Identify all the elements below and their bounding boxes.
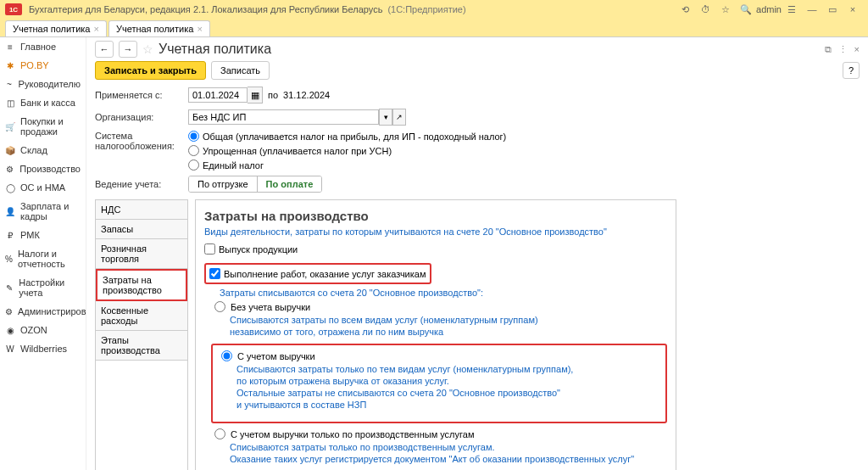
sidebar-icon: 👤 xyxy=(5,206,15,216)
sidebar-item-9[interactable]: ₽РМК xyxy=(0,226,86,244)
sidebar-item-6[interactable]: ⚙Производство xyxy=(0,159,86,178)
sidebar-item-7[interactable]: ◯ОС и НМА xyxy=(0,178,86,197)
vtab-4[interactable]: Косвенные расходы xyxy=(96,301,187,331)
sidebar-icon: ◉ xyxy=(5,325,15,335)
app-title: Бухгалтерия для Беларуси, редакция 2.1. … xyxy=(29,4,382,14)
cb-services-framed: Выполнение работ, оказание услуг заказчи… xyxy=(204,263,431,284)
sub-hint: Затраты списываются со счета 20 "Основно… xyxy=(220,288,667,298)
to-label: по xyxy=(268,90,278,100)
tax-label: Система налогообложения: xyxy=(95,131,188,151)
sidebar-item-8[interactable]: 👤Зарплата и кадры xyxy=(0,197,86,226)
vtab-5[interactable]: Этапы производства xyxy=(96,331,187,361)
sidebar-icon: 📦 xyxy=(5,145,15,155)
desc-with-revenue: Списываются затраты только по тем видам … xyxy=(236,363,660,411)
panel-title: Затраты на производство xyxy=(204,209,667,223)
maximize-icon[interactable]: ▭ xyxy=(826,3,839,16)
tax-opt-general[interactable]: Общая (уплачивается налог на прибыль, дл… xyxy=(188,131,506,142)
search-icon[interactable]: 🔍 xyxy=(739,3,753,16)
sidebar-icon: 🛒 xyxy=(5,121,15,131)
tab-2[interactable]: Учетная политика× xyxy=(108,20,210,36)
sidebar-icon: ✎ xyxy=(5,283,14,293)
org-input[interactable] xyxy=(188,109,379,125)
vtab-1[interactable]: Запасы xyxy=(96,220,187,239)
opt-no-revenue[interactable]: Без учета выручки xyxy=(214,301,667,312)
sidebar-item-2[interactable]: ~Руководителю xyxy=(0,75,86,93)
sidebar-icon: W xyxy=(5,344,15,354)
desc-prod-services: Списываются затраты только по производст… xyxy=(230,441,667,466)
tabbar: Учетная политика× Учетная политика× xyxy=(0,19,868,37)
app-subtitle: (1С:Предприятие) xyxy=(387,4,465,14)
sidebar-icon: ◯ xyxy=(5,182,15,193)
close-panel-icon[interactable]: × xyxy=(854,44,860,55)
sidebar: ≡Главное✱PO.BY~Руководителю◫Банк и касса… xyxy=(0,37,86,470)
minimize-icon[interactable]: — xyxy=(805,3,819,16)
sidebar-icon: ~ xyxy=(5,79,14,89)
sidebar-item-0[interactable]: ≡Главное xyxy=(0,37,86,56)
more-icon[interactable]: ⋮ xyxy=(838,44,848,55)
refresh-icon[interactable]: ⟲ xyxy=(678,3,692,16)
history-icon[interactable]: ⏱ xyxy=(698,3,712,16)
org-label: Организация: xyxy=(95,112,188,122)
costs-panel: Затраты на производство Виды деятельност… xyxy=(195,199,676,470)
sidebar-icon: ✱ xyxy=(5,60,15,70)
vtab-3[interactable]: Затраты на производство xyxy=(96,269,187,301)
vertical-tabs: НДСЗапасыРозничная торговляЗатраты на пр… xyxy=(95,199,188,470)
vtab-0[interactable]: НДС xyxy=(96,200,187,220)
acct-label: Ведение учета: xyxy=(95,179,188,189)
sidebar-icon: ◫ xyxy=(5,98,15,108)
date-picker-icon[interactable]: ▦ xyxy=(248,87,263,104)
page-title: Учетная политика xyxy=(159,42,271,57)
tab-label: Учетная политика xyxy=(13,24,90,34)
sidebar-item-5[interactable]: 📦Склад xyxy=(0,141,86,159)
toggle-payment[interactable]: По оплате xyxy=(258,176,322,192)
desc-no-revenue: Списываются затраты по всем видам услуг … xyxy=(230,314,667,339)
sidebar-item-4[interactable]: 🛒Покупки и продажи xyxy=(0,112,86,141)
close-icon[interactable]: × xyxy=(197,24,202,34)
menu-icon[interactable]: ☰ xyxy=(785,3,798,16)
opt-with-revenue-framed: С учетом выручки Списываются затраты тол… xyxy=(211,344,667,423)
date-from-input[interactable] xyxy=(188,87,248,103)
favorite-icon[interactable]: ☆ xyxy=(142,42,153,56)
app-logo: 1C xyxy=(5,3,22,15)
cb-output[interactable]: Выпуск продукции xyxy=(204,243,667,255)
dropdown-icon[interactable]: ▾ xyxy=(379,109,392,126)
sidebar-item-11[interactable]: ✎Настройки учета xyxy=(0,273,86,302)
star-icon[interactable]: ☆ xyxy=(719,3,732,16)
titlebar: 1C Бухгалтерия для Беларуси, редакция 2.… xyxy=(0,0,868,19)
sidebar-icon: % xyxy=(5,254,13,264)
toggle-shipment[interactable]: По отгрузке xyxy=(189,176,258,192)
help-button[interactable]: ? xyxy=(843,62,860,79)
sidebar-item-14[interactable]: WWildberries xyxy=(0,339,86,358)
content: ← → ☆ Учетная политика ⧉ ⋮ × Записать и … xyxy=(86,37,868,470)
panel-hint: Виды деятельности, затраты по которым уч… xyxy=(204,227,667,237)
cb-services-label: Выполнение работ, оказание услуг заказчи… xyxy=(224,269,426,279)
user-label: admin xyxy=(756,4,782,14)
save-close-button[interactable]: Записать и закрыть xyxy=(95,61,206,80)
sidebar-icon: ≡ xyxy=(5,42,15,52)
sidebar-icon: ⚙ xyxy=(5,306,13,316)
sidebar-item-13[interactable]: ◉OZON xyxy=(0,321,86,339)
opt-with-revenue[interactable]: С учетом выручки xyxy=(221,350,660,361)
opt-prod-services[interactable]: С учетом выручки только по производствен… xyxy=(214,428,667,439)
vtab-2[interactable]: Розничная торговля xyxy=(96,239,187,269)
acct-toggle: По отгрузке По оплате xyxy=(188,176,322,193)
sidebar-item-12[interactable]: ⚙Администрировани xyxy=(0,302,86,321)
tab-1[interactable]: Учетная политика× xyxy=(5,20,107,36)
tax-opt-simplified[interactable]: Упрощенная (уплачивается налог при УСН) xyxy=(188,145,506,156)
open-icon[interactable]: ↗ xyxy=(392,109,406,126)
tax-opt-single[interactable]: Единый налог xyxy=(188,159,506,171)
forward-button[interactable]: → xyxy=(119,41,137,58)
sidebar-item-1[interactable]: ✱PO.BY xyxy=(0,56,86,75)
save-button[interactable]: Записать xyxy=(211,61,270,80)
applies-label: Применяется с: xyxy=(95,90,188,100)
sidebar-item-10[interactable]: %Налоги и отчетность xyxy=(0,244,86,273)
sidebar-icon: ₽ xyxy=(5,230,15,240)
sidebar-item-3[interactable]: ◫Банк и касса xyxy=(0,93,86,112)
cb-services[interactable] xyxy=(209,268,220,279)
sidebar-icon: ⚙ xyxy=(5,164,14,174)
close-icon[interactable]: × xyxy=(846,3,860,16)
tab-label: Учетная политика xyxy=(116,24,193,34)
link-icon[interactable]: ⧉ xyxy=(825,44,832,55)
back-button[interactable]: ← xyxy=(95,41,114,58)
close-icon[interactable]: × xyxy=(93,24,98,34)
